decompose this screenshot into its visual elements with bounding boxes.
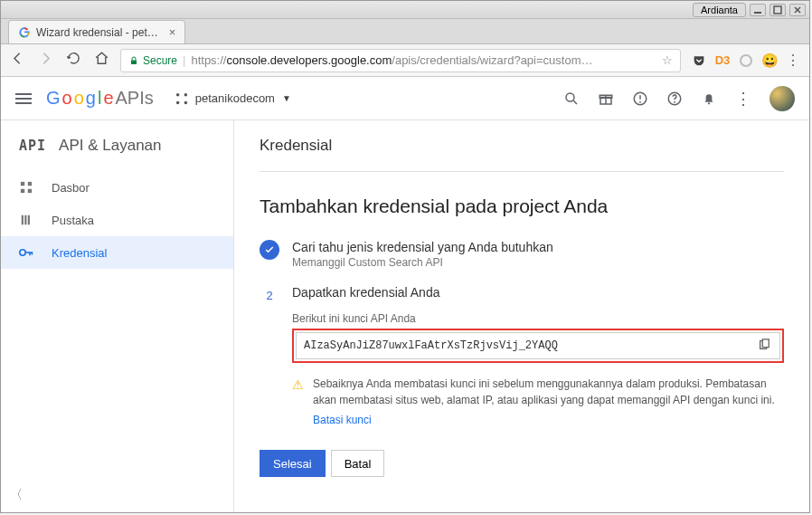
library-icon bbox=[19, 213, 33, 227]
project-icon bbox=[175, 92, 188, 105]
gift-icon[interactable] bbox=[598, 91, 614, 107]
sidebar-item-label: Dasbor bbox=[52, 181, 90, 195]
reload-button[interactable] bbox=[66, 51, 81, 70]
sidebar-item-label: Pustaka bbox=[52, 214, 94, 227]
svg-point-10 bbox=[184, 100, 187, 104]
minimize-button[interactable] bbox=[750, 4, 766, 16]
page-heading: Tambahkan kredensial pada project Anda bbox=[260, 194, 784, 218]
help-icon[interactable] bbox=[666, 91, 683, 107]
tab-title: Wizard kredensial - pet… bbox=[36, 26, 158, 39]
back-button[interactable] bbox=[10, 51, 25, 70]
sidebar-collapse-icon[interactable]: 〈 bbox=[10, 487, 23, 503]
user-avatar[interactable] bbox=[770, 86, 795, 111]
api-key-field[interactable]: AIzaSyAnJiZ87uwxlFaAtrXsTzRjvsVij_2YAQQ bbox=[296, 332, 780, 359]
svg-point-6 bbox=[741, 55, 751, 66]
sidebar-title: API & Layanan bbox=[59, 137, 161, 155]
alert-icon[interactable] bbox=[632, 91, 648, 107]
sidebar-item-dasbor[interactable]: Dasbor bbox=[1, 171, 233, 204]
more-vert-icon[interactable]: ⋮ bbox=[735, 91, 751, 107]
home-button[interactable] bbox=[94, 51, 109, 70]
svg-point-9 bbox=[176, 100, 180, 104]
emoji-extension-icon[interactable]: 😀 bbox=[762, 53, 777, 68]
restrict-key-link[interactable]: Batasi kunci bbox=[313, 412, 372, 428]
secure-lock-icon: Secure bbox=[128, 54, 177, 67]
svg-rect-28 bbox=[28, 215, 30, 225]
browser-toolbar: Secure | https://console.developers.goog… bbox=[1, 44, 809, 77]
warning-icon: ⚠ bbox=[292, 376, 304, 428]
step1-check-icon bbox=[260, 240, 279, 260]
project-name: petanikodecom bbox=[195, 91, 275, 105]
section-title: Kredensial bbox=[260, 137, 784, 155]
svg-point-7 bbox=[176, 92, 180, 96]
step2-title: Dapatkan kredensial Anda bbox=[292, 285, 784, 300]
svg-rect-1 bbox=[774, 6, 781, 14]
browser-tab[interactable]: Wizard kredensial - pet… × bbox=[8, 20, 185, 43]
svg-point-21 bbox=[708, 102, 710, 104]
svg-rect-5 bbox=[131, 60, 137, 64]
step2-number: 2 bbox=[260, 285, 279, 305]
key-icon bbox=[19, 245, 33, 260]
copy-icon[interactable] bbox=[758, 339, 772, 353]
sidebar-item-pustaka[interactable]: Pustaka bbox=[1, 204, 233, 236]
warning-text: Sebaiknya Anda membatasi kunci ini sebel… bbox=[313, 377, 775, 406]
svg-rect-23 bbox=[28, 182, 32, 186]
os-user-badge: Ardianta bbox=[693, 3, 746, 17]
svg-point-11 bbox=[566, 93, 574, 101]
menu-burger-icon[interactable] bbox=[15, 93, 32, 104]
d3-extension-icon[interactable]: D3 bbox=[715, 53, 730, 68]
os-title-bar: Ardianta bbox=[1, 1, 809, 19]
sidebar-item-kredensial[interactable]: Kredensial bbox=[1, 236, 233, 269]
svg-rect-26 bbox=[22, 215, 24, 225]
pocket-extension-icon[interactable] bbox=[692, 53, 706, 68]
bookmark-star-icon[interactable]: ☆ bbox=[662, 53, 673, 67]
search-icon[interactable] bbox=[563, 91, 580, 107]
google-apis-logo[interactable]: Google APIs bbox=[46, 88, 154, 109]
cancel-button[interactable]: Batal bbox=[331, 450, 385, 477]
close-button[interactable] bbox=[789, 4, 806, 16]
step1-title: Cari tahu jenis kredensial yang Anda but… bbox=[292, 240, 784, 254]
svg-rect-25 bbox=[28, 189, 32, 193]
address-bar[interactable]: Secure | https://console.developers.goog… bbox=[120, 49, 681, 72]
app-header: Google APIs petanikodecom ▼ ⋮ bbox=[1, 77, 809, 120]
bell-icon[interactable] bbox=[701, 91, 717, 107]
svg-line-12 bbox=[573, 100, 577, 104]
project-selector[interactable]: petanikodecom ▼ bbox=[175, 91, 291, 105]
api-key-label: Berikut ini kunci API Anda bbox=[292, 312, 784, 325]
sidebar-header: API API & Layanan bbox=[1, 120, 233, 171]
extension-icon[interactable] bbox=[739, 53, 753, 68]
browser-menu-icon[interactable]: ⋮ bbox=[786, 52, 800, 69]
svg-rect-34 bbox=[762, 339, 769, 348]
svg-point-18 bbox=[639, 100, 641, 102]
svg-point-20 bbox=[674, 100, 675, 102]
maximize-button[interactable] bbox=[770, 4, 786, 16]
sidebar: API API & Layanan Dasbor Pustaka Kredens… bbox=[1, 120, 234, 512]
google-favicon-icon bbox=[18, 26, 31, 39]
done-button[interactable]: Selesai bbox=[260, 450, 326, 477]
svg-point-8 bbox=[184, 92, 187, 96]
dashboard-icon bbox=[19, 180, 33, 195]
api-brand-icon: API bbox=[19, 138, 46, 154]
dropdown-icon: ▼ bbox=[282, 93, 291, 103]
api-key-value: AIzaSyAnJiZ87uwxlFaAtrXsTzRjvsVij_2YAQQ bbox=[304, 339, 758, 352]
svg-rect-24 bbox=[21, 189, 24, 193]
svg-rect-0 bbox=[754, 12, 761, 14]
api-key-highlight: AIzaSyAnJiZ87uwxlFaAtrXsTzRjvsVij_2YAQQ bbox=[292, 329, 784, 363]
svg-rect-27 bbox=[24, 215, 26, 225]
browser-tab-strip: Wizard kredensial - pet… × bbox=[1, 19, 809, 44]
url-text: https://console.developers.google.com/ap… bbox=[191, 53, 656, 67]
sidebar-item-label: Kredensial bbox=[52, 246, 107, 260]
step1-subtitle: Memanggil Custom Search API bbox=[292, 256, 784, 269]
forward-button[interactable] bbox=[38, 51, 53, 70]
svg-rect-22 bbox=[21, 182, 24, 186]
tab-close-icon[interactable]: × bbox=[169, 25, 176, 39]
svg-point-29 bbox=[20, 250, 25, 255]
